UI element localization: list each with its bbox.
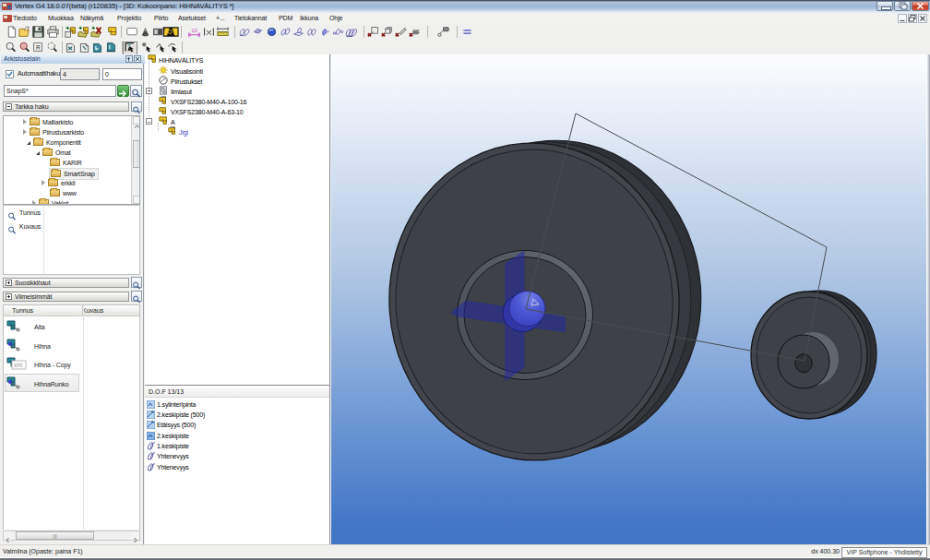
svg-text:10: 10 <box>191 28 197 33</box>
svg-text:xm: xm <box>14 362 23 368</box>
svg-text:R: R <box>36 44 41 51</box>
